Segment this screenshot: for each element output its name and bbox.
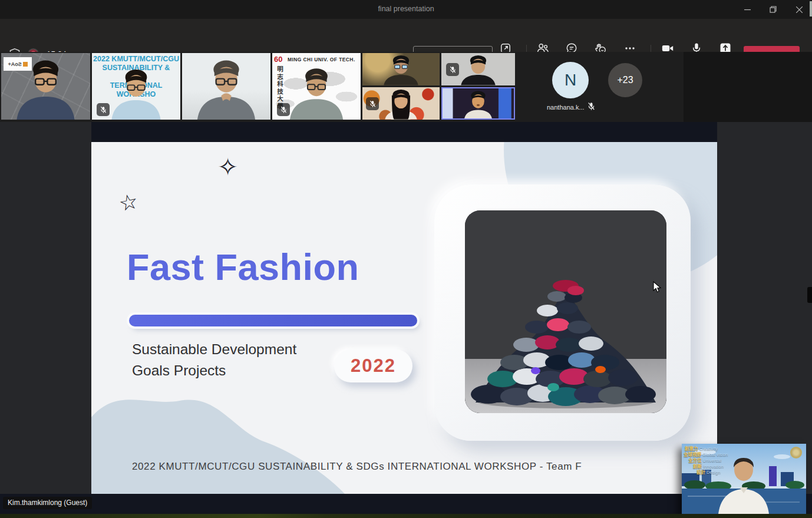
slide-title: Fast Fashion [127, 246, 359, 288]
soa-logo: SoA+ [4, 57, 32, 71]
clothes-pile-photo [465, 210, 666, 413]
mic-muted-icon [97, 103, 110, 116]
participant-video [362, 55, 440, 85]
overflow-participants-badge[interactable]: +23 [608, 63, 642, 97]
mouse-cursor-icon [653, 281, 662, 296]
background-window-sliver [810, 1, 812, 17]
mic-muted-icon [446, 63, 459, 76]
participant-tile[interactable]: 60 MING CHI UNIV. OF TECH. 明志科技大學 [272, 53, 361, 120]
participant-video [443, 91, 514, 118]
restore-icon[interactable] [760, 0, 786, 19]
window-title: final presentation [0, 5, 812, 13]
mcut-60-logo: 60 [274, 55, 282, 64]
decorative-blob [91, 376, 345, 494]
presenter-name-label: Kim.thamkimlong (Guest) [3, 497, 92, 509]
mic-muted-icon [587, 102, 596, 113]
participant-tile-active-speaker[interactable] [441, 87, 515, 120]
screen-edge-handle[interactable] [807, 287, 812, 303]
participant-tile[interactable]: 2022 KMUTT/MCUT/CGU SUSTAINABILITY & SDG… [92, 53, 180, 120]
window-titlebar: final presentation [0, 0, 812, 19]
slide-footer: 2022 KMUTT/MCUT/CGU SUSTAINABILITY & SDG… [132, 461, 582, 473]
presentation-slide: ✧ ☆ Fast Fashion Sustainable Development… [91, 142, 717, 494]
mic-muted-icon [277, 103, 290, 116]
filmstrip-background [684, 52, 812, 122]
participant-tile[interactable] [182, 53, 270, 120]
star-icon: ☆ [117, 189, 140, 217]
participant-tile[interactable] [362, 87, 440, 120]
taskbar-edge [0, 514, 812, 518]
participant-name-label: nanthana.k... [547, 104, 585, 111]
pip-motto-overlay: 創意力 Creativity 全球視野 Global vision 全方位 Un… [685, 446, 728, 476]
university-emblem-icon [790, 447, 802, 458]
minimize-icon[interactable] [734, 0, 760, 19]
avatar[interactable]: N [552, 62, 589, 98]
sparkle-icon: ✧ [217, 153, 238, 182]
university-name: MING CHI UNIV. OF TECH. [288, 57, 355, 62]
close-icon[interactable] [786, 0, 812, 19]
participant-tile[interactable] [441, 53, 515, 85]
presenter-pip-video[interactable]: 創意力 Creativity 全球視野 Global vision 全方位 Un… [682, 444, 806, 514]
slide-subtitle: Sustainable Development Goals Projects [132, 339, 296, 381]
slide-letterbox-top [91, 122, 717, 142]
participant-video [182, 58, 270, 120]
participant-filmstrip: SoA+ 2022 KMUTT/MCUT/CGU SUSTAINABILITY … [0, 52, 812, 122]
participant-tile[interactable]: SoA+ [1, 53, 90, 120]
participant-tile[interactable] [362, 53, 440, 85]
logo-mark [23, 62, 28, 67]
meeting-toolbar: 15:34 Request control Pop out People [0, 19, 812, 52]
clothes-pile-illustration [465, 210, 666, 413]
title-underline-bar [129, 315, 417, 326]
mic-muted-icon [366, 97, 379, 110]
year-badge: 2022 [334, 349, 412, 382]
photo-card [434, 184, 691, 441]
teams-meeting-window: final presentation 15:34 Request control [0, 0, 812, 518]
